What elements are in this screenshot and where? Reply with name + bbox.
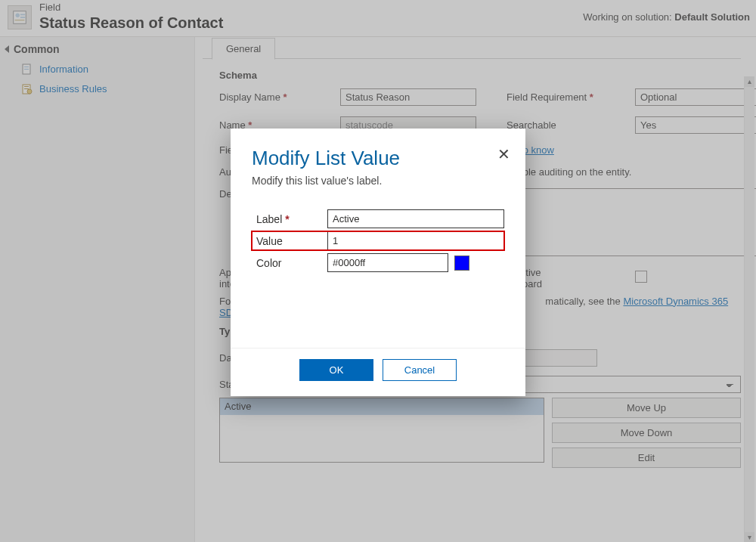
modal-overlay: ✕ Modify List Value Modify this list val… [0, 0, 756, 542]
color-swatch[interactable] [454, 256, 469, 271]
input-modal-value[interactable] [327, 231, 504, 250]
modal-subtitle: Modify this list value's label. [252, 175, 504, 187]
modal-modify-list-value: ✕ Modify List Value Modify this list val… [231, 129, 525, 396]
label-modal-color: Color [252, 257, 327, 269]
button-ok[interactable]: OK [299, 359, 373, 381]
input-modal-label[interactable] [327, 209, 504, 228]
label-modal-value: Value [252, 235, 327, 247]
label-modal-label: Label [252, 213, 327, 225]
button-cancel[interactable]: Cancel [383, 359, 457, 381]
close-icon[interactable]: ✕ [497, 147, 510, 162]
modal-title: Modify List Value [252, 147, 504, 170]
input-modal-color[interactable] [327, 253, 448, 272]
